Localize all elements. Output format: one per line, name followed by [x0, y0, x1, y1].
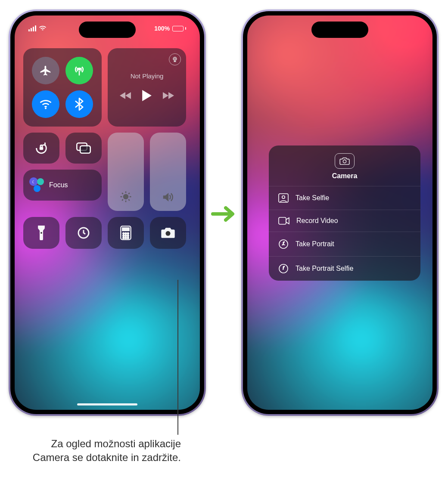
iphone-right: Camera Take Selfie Record Video f Take P…: [241, 9, 439, 416]
svg-point-2: [173, 57, 177, 61]
menu-item-label: Take Portrait Selfie: [296, 265, 353, 272]
menu-item-label: Record Video: [296, 217, 338, 225]
connectivity-tile[interactable]: [23, 48, 102, 127]
selfie-icon: [278, 193, 289, 203]
volume-slider[interactable]: [150, 133, 186, 211]
timer-icon: [77, 226, 90, 240]
control-center: Not Playing: [23, 48, 191, 255]
video-icon: [278, 217, 289, 225]
menu-item-label: Take Selfie: [296, 194, 329, 202]
svg-point-7: [124, 195, 128, 199]
battery-icon: [172, 26, 186, 31]
portrait-selfie-icon: f: [278, 263, 289, 274]
cellular-data-toggle[interactable]: [65, 57, 93, 84]
camera-context-menu: Camera Take Selfie Record Video f Take P…: [269, 145, 420, 281]
svg-point-17: [128, 235, 129, 236]
dynamic-island: [311, 22, 368, 38]
svg-rect-25: [279, 217, 286, 224]
focus-button[interactable]: ☾ Focus: [23, 170, 102, 201]
cellular-antenna-icon: [73, 64, 86, 77]
next-track-icon[interactable]: [162, 91, 174, 100]
camera-menu-item-take-portrait-selfie[interactable]: f Take Portrait Selfie: [269, 256, 420, 281]
focus-modes-icon: ☾: [29, 177, 45, 193]
svg-point-15: [123, 235, 124, 236]
svg-point-24: [282, 196, 285, 198]
camera-menu-header[interactable]: Camera: [269, 145, 420, 186]
camera-button[interactable]: [150, 217, 186, 249]
svg-point-20: [128, 237, 129, 238]
screen-mirroring-button[interactable]: [65, 133, 102, 164]
focus-label: Focus: [49, 181, 68, 189]
previous-track-icon[interactable]: [120, 91, 132, 100]
play-icon[interactable]: [142, 90, 152, 101]
svg-point-14: [128, 233, 129, 234]
media-status: Not Playing: [114, 72, 180, 80]
flashlight-icon: [37, 226, 46, 240]
airplane-mode-toggle[interactable]: [32, 57, 59, 84]
svg-point-3: [174, 58, 176, 60]
bluetooth-toggle[interactable]: [65, 90, 93, 118]
home-indicator[interactable]: [77, 403, 137, 405]
brightness-icon: [119, 190, 132, 203]
brightness-slider[interactable]: [108, 133, 144, 211]
svg-point-16: [125, 235, 126, 236]
cellular-signal-icon: [28, 25, 36, 31]
svg-rect-4: [40, 147, 44, 150]
svg-rect-11: [122, 228, 129, 231]
orientation-lock-icon: [34, 141, 49, 155]
flashlight-button[interactable]: [23, 217, 59, 249]
wifi-status-icon: [39, 25, 47, 31]
wifi-icon: [39, 99, 52, 110]
svg-rect-23: [279, 194, 288, 202]
camera-icon: [161, 227, 175, 239]
camera-menu-title: Camera: [273, 172, 416, 180]
timer-button[interactable]: [65, 217, 102, 249]
orientation-lock-button[interactable]: [23, 133, 59, 164]
wifi-toggle[interactable]: [32, 90, 59, 118]
svg-point-19: [125, 237, 126, 238]
svg-point-13: [125, 233, 126, 234]
battery-percent: 100%: [154, 25, 170, 32]
svg-point-1: [45, 107, 47, 109]
camera-menu-item-record-video[interactable]: Record Video: [269, 210, 420, 232]
portrait-icon: f: [278, 239, 289, 249]
menu-item-label: Take Portrait: [296, 240, 334, 248]
svg-point-0: [78, 68, 80, 70]
svg-point-22: [343, 160, 346, 163]
iphone-left: 100%: [9, 9, 206, 416]
callout-text: Za ogled možnosti aplikacije Camera se d…: [13, 437, 181, 465]
camera-menu-item-take-selfie[interactable]: Take Selfie: [269, 186, 420, 210]
svg-point-8: [40, 232, 42, 234]
airplay-icon: [171, 56, 178, 62]
calculator-button[interactable]: [108, 217, 144, 249]
airplay-button[interactable]: [169, 53, 181, 65]
svg-point-21: [166, 231, 171, 236]
svg-point-12: [123, 233, 124, 234]
airplane-icon: [39, 64, 52, 77]
svg-text:f: f: [283, 265, 285, 269]
svg-point-18: [123, 237, 124, 238]
calculator-icon: [120, 226, 131, 240]
bluetooth-icon: [75, 98, 84, 111]
media-tile[interactable]: Not Playing: [108, 48, 186, 127]
camera-menu-item-take-portrait[interactable]: f Take Portrait: [269, 232, 420, 256]
camera-icon: [335, 153, 355, 169]
callout-leader-line: [177, 280, 178, 435]
volume-icon: [162, 191, 174, 203]
dynamic-island: [79, 22, 136, 38]
svg-rect-6: [80, 146, 90, 153]
arrow-right-icon: [211, 204, 237, 223]
screen-mirroring-icon: [76, 142, 91, 154]
